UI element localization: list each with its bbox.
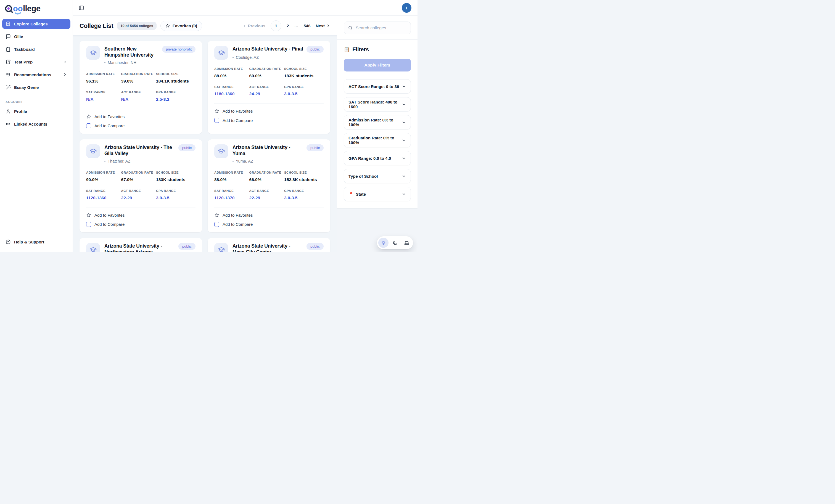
location-dot — [232, 57, 233, 58]
sidebar-item-label: Help & Support — [14, 239, 44, 244]
filter-label: State — [355, 192, 366, 196]
add-to-compare-label: Add to Compare — [223, 118, 253, 123]
sidebar-item-essay-genie[interactable]: Essay Genie — [2, 82, 70, 92]
compare-checkbox[interactable] — [86, 123, 91, 128]
add-to-compare-label: Add to Compare — [223, 222, 253, 227]
logo-text-llege: llege — [23, 4, 41, 13]
filters-title: 📋 Filters — [344, 46, 411, 53]
sidebar-item-taskboard[interactable]: Taskboard — [2, 44, 70, 55]
add-to-favorites-button[interactable]: Add to Favorites — [86, 114, 124, 119]
theme-system-button[interactable] — [402, 238, 412, 248]
pagination-page-2[interactable]: 2 — [287, 23, 289, 28]
user-avatar[interactable]: I — [402, 3, 411, 13]
chevron-down-icon — [402, 120, 406, 125]
compare-checkbox[interactable] — [214, 118, 219, 123]
add-to-compare-row[interactable]: Add to Compare — [86, 123, 196, 128]
add-to-favorites-button[interactable]: Add to Favorites — [214, 212, 253, 218]
sidebar-item-explore-colleges[interactable]: Explore Colleges — [2, 19, 70, 29]
sidebar-item-linked-accounts[interactable]: Linked Accounts — [2, 119, 70, 129]
left-sidebar: oo llege Explore Colleges Ollie Taskboar… — [0, 0, 73, 252]
college-cap-icon — [86, 243, 100, 252]
school-size-value: 183K students — [284, 74, 324, 78]
sidebar-item-test-prep[interactable]: Test Prep — [2, 57, 70, 67]
chevron-down-icon — [402, 102, 406, 107]
brand-logo: oo llege — [0, 3, 73, 19]
college-card: Arizona State University - Yuma public Y… — [208, 140, 330, 232]
sidebar-item-label: Linked Accounts — [14, 122, 47, 126]
sidebar-item-label: Essay Genie — [14, 85, 39, 90]
favorites-filter-button[interactable]: Favorites (0) — [160, 21, 202, 31]
add-to-favorites-label: Add to Favorites — [95, 114, 124, 119]
add-to-compare-label: Add to Compare — [95, 123, 124, 128]
filter-sat-score-range[interactable]: SAT Score Range: 400 to 1600 — [344, 97, 411, 111]
theme-dark-button[interactable] — [390, 238, 400, 248]
stat-label: ACT RANGE — [121, 90, 154, 95]
stat-label: ACT RANGE — [249, 85, 282, 89]
filter-graduation-rate[interactable]: Graduation Rate: 0% to 100% — [344, 133, 411, 147]
filter-label: Admission Rate: 0% to 100% — [348, 118, 402, 127]
sidebar-item-profile[interactable]: Profile — [2, 106, 70, 117]
graduation-cap-icon — [5, 72, 11, 77]
filters-title-text: Filters — [352, 46, 369, 53]
apply-filters-button[interactable]: Apply Filters — [344, 59, 411, 71]
gpa-range-value: 3.0-3.5 — [284, 91, 324, 96]
pagination-last-page[interactable]: 546 — [303, 23, 310, 28]
chevron-down-icon — [402, 138, 406, 142]
stat-label: GPA RANGE — [156, 189, 196, 193]
sat-range-value: 1120-1370 — [214, 195, 247, 201]
filter-type-of-school[interactable]: Type of School — [344, 169, 411, 183]
college-name: Southern New Hampshire University — [104, 46, 159, 58]
sidebar-item-ollie[interactable]: Ollie — [2, 31, 70, 42]
logo-text-oo: oo — [13, 4, 23, 13]
stat-label: ADMISSION RATE — [86, 170, 119, 175]
pushpin-emoji-icon: 📍 — [348, 192, 353, 196]
pagination: Previous 1 2 … 546 Next — [242, 20, 330, 31]
compare-checkbox[interactable] — [86, 222, 91, 227]
filter-act-score-range[interactable]: ACT Score Range: 0 to 36 — [344, 79, 411, 93]
compare-checkbox[interactable] — [214, 222, 219, 227]
sat-range-value: 1120-1360 — [86, 195, 119, 201]
moon-icon — [392, 240, 398, 246]
pagination-page-1[interactable]: 1 — [271, 20, 281, 31]
add-to-compare-row[interactable]: Add to Compare — [86, 222, 196, 227]
college-name: Arizona State University - Northeastern … — [104, 243, 175, 252]
pagination-next-button[interactable]: Next — [315, 23, 330, 28]
stat-label: SAT RANGE — [86, 90, 119, 95]
college-type-badge: public — [178, 243, 196, 250]
stat-label: SCHOOL SIZE — [156, 72, 196, 77]
filter-gpa-range[interactable]: GPA Range: 0.0 to 4.0 — [344, 151, 411, 165]
theme-toggle — [377, 236, 413, 249]
college-location: Yuma, AZ — [232, 159, 324, 163]
sidebar-item-label: Recommendations — [14, 72, 51, 77]
add-to-compare-row[interactable]: Add to Compare — [214, 222, 324, 227]
add-to-compare-row[interactable]: Add to Compare — [214, 118, 324, 123]
list-toolbar: College List 10 of 5454 colleges Favorit… — [73, 16, 337, 37]
college-stats-row: ADMISSION RATE88.0% GRADUATION RATE69.0%… — [214, 66, 324, 78]
add-to-favorites-button[interactable]: Add to Favorites — [214, 108, 253, 114]
filter-label: Graduation Rate: 0% to 100% — [348, 135, 402, 145]
filter-label: SAT Score Range: 400 to 1600 — [348, 100, 402, 109]
sidebar-item-label: Taskboard — [14, 47, 35, 51]
cards-scroll-area[interactable]: Southern New Hampshire University privat… — [73, 37, 337, 252]
filter-admission-rate[interactable]: Admission Rate: 0% to 100% — [344, 115, 411, 129]
sidebar-item-recommendations[interactable]: Recommendations — [2, 69, 70, 80]
help-support-button[interactable]: Help & Support — [2, 237, 70, 247]
college-count-badge: 10 of 5454 colleges — [117, 22, 157, 30]
stat-label: GRADUATION RATE — [121, 170, 154, 175]
pagination-ellipsis: … — [294, 23, 298, 28]
panel-left-icon — [78, 5, 84, 11]
search-colleges-input[interactable] — [355, 25, 407, 30]
stat-label: ACT RANGE — [249, 189, 282, 193]
admission-rate-value: 90.0% — [86, 177, 119, 182]
app-window: oo llege Explore Colleges Ollie Taskboar… — [0, 0, 418, 252]
filter-state[interactable]: 📍 State — [344, 187, 411, 201]
card-divider — [214, 208, 324, 208]
graduation-rate-value: 66.0% — [249, 177, 282, 182]
add-to-favorites-button[interactable]: Add to Favorites — [86, 212, 124, 218]
location-dot — [104, 62, 105, 63]
college-card: Arizona State University - The Gila Vall… — [80, 140, 202, 232]
theme-light-button[interactable] — [378, 238, 388, 248]
college-card: Southern New Hampshire University privat… — [80, 41, 202, 134]
pagination-previous-button[interactable]: Previous — [242, 23, 265, 28]
sidebar-toggle-button[interactable] — [78, 5, 84, 11]
